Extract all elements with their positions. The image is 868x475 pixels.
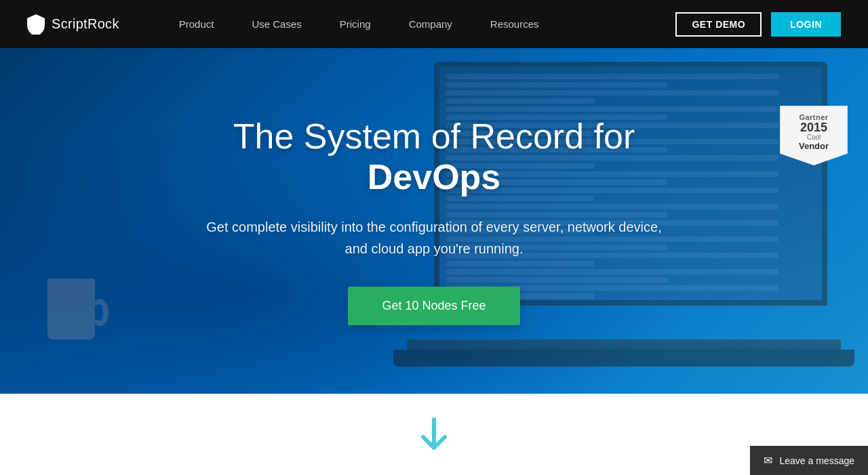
badge-year-text: 2015 <box>791 121 836 133</box>
live-chat-widget[interactable]: ✉ Leave a message <box>750 446 868 475</box>
nav-link-product[interactable]: Product <box>160 0 233 48</box>
nav-link-pricing[interactable]: Pricing <box>321 0 390 48</box>
nav-links: Product Use Cases Pricing Company Resour… <box>160 0 676 48</box>
hero-title: The System of Record for DevOps <box>197 117 671 198</box>
live-chat-label: Leave a message <box>779 455 854 466</box>
hero-title-prefix: The System of Record for <box>233 117 635 156</box>
gartner-badge: Gartner 2015 Cool Vendor <box>780 106 848 165</box>
hero-title-bold: DevOps <box>368 157 501 197</box>
nav-link-company[interactable]: Company <box>390 0 471 48</box>
navbar: ScriptRock Product Use Cases Pricing Com… <box>0 0 868 48</box>
hero-section: Gartner 2015 Cool Vendor The System of R… <box>0 48 868 394</box>
badge-cool-text: Cool <box>791 133 836 141</box>
navbar-actions: GET DEMO LOGIN <box>675 12 841 37</box>
logo[interactable]: ScriptRock <box>27 14 119 35</box>
nav-link-resources[interactable]: Resources <box>471 0 558 48</box>
hero-content: The System of Record for DevOps Get comp… <box>170 117 698 326</box>
hero-subtitle: Get complete visibility into the configu… <box>197 216 671 260</box>
nav-link-use-cases[interactable]: Use Cases <box>233 0 320 48</box>
login-button[interactable]: LOGIN <box>771 12 841 37</box>
logo-icon <box>27 14 45 35</box>
logo-text: ScriptRock <box>52 16 119 32</box>
get-demo-button[interactable]: GET DEMO <box>675 12 762 37</box>
below-hero-section <box>0 394 868 475</box>
chat-envelope-icon: ✉ <box>764 454 772 467</box>
mug-illustration <box>41 258 108 339</box>
badge-vendor-text: Vendor <box>791 141 836 151</box>
cta-button[interactable]: Get 10 Nodes Free <box>348 287 519 325</box>
scroll-down-arrow[interactable] <box>414 414 454 460</box>
